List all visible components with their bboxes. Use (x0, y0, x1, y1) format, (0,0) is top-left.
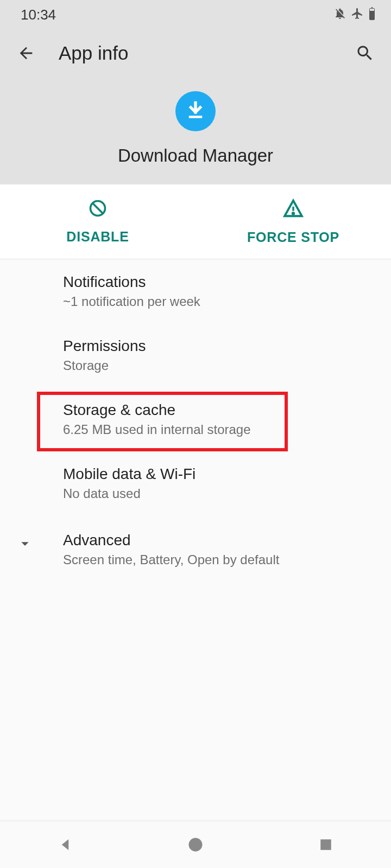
search-button[interactable] (354, 42, 376, 64)
page-title: App info (59, 42, 332, 64)
storage-title: Storage & cache (63, 401, 371, 419)
download-app-icon (175, 91, 216, 131)
app-hero: Download Manager (0, 69, 391, 166)
nav-home-button[interactable] (163, 828, 228, 861)
notifications-item[interactable]: Notifications ~1 notification per week (0, 259, 391, 323)
battery-icon (368, 7, 376, 22)
mobile-data-item[interactable]: Mobile data & Wi-Fi No data used (0, 451, 391, 515)
notifications-off-icon (333, 7, 346, 22)
mobile-title: Mobile data & Wi-Fi (63, 465, 371, 483)
advanced-title: Advanced (63, 532, 279, 549)
warning-icon (283, 198, 304, 221)
airplane-mode-icon (351, 7, 364, 22)
app-bar: App info (0, 27, 391, 69)
disable-icon (88, 199, 108, 220)
app-name: Download Manager (118, 145, 273, 166)
navigation-bar (0, 820, 391, 868)
action-row: DISABLE FORCE STOP (0, 184, 391, 259)
svg-rect-0 (370, 9, 374, 11)
status-bar: 10:34 (0, 0, 391, 27)
notifications-sub: ~1 notification per week (63, 294, 371, 309)
advanced-sub: Screen time, Battery, Open by default (63, 552, 279, 567)
storage-sub: 6.25 MB used in internal storage (63, 422, 371, 437)
advanced-item[interactable]: Advanced Screen time, Battery, Open by d… (0, 515, 391, 582)
nav-recent-button[interactable] (293, 828, 358, 861)
status-time: 10:34 (21, 7, 56, 23)
status-icons (333, 7, 376, 22)
notifications-title: Notifications (63, 273, 371, 291)
svg-point-3 (189, 838, 203, 852)
chevron-down-icon (16, 532, 49, 554)
force-stop-label: FORCE STOP (247, 229, 339, 245)
disable-button[interactable]: DISABLE (0, 184, 195, 259)
nav-back-button[interactable] (33, 828, 98, 861)
svg-point-2 (293, 213, 294, 214)
force-stop-button[interactable]: FORCE STOP (195, 184, 391, 259)
back-button[interactable] (15, 42, 37, 64)
permissions-title: Permissions (63, 337, 371, 355)
app-info-header: 10:34 App info Download Manager (0, 0, 391, 184)
permissions-sub: Storage (63, 358, 371, 373)
storage-cache-item[interactable]: Storage & cache 6.25 MB used in internal… (0, 387, 391, 451)
disable-label: DISABLE (66, 229, 129, 245)
svg-rect-4 (320, 839, 331, 850)
mobile-sub: No data used (63, 486, 371, 501)
settings-list: Notifications ~1 notification per week P… (0, 259, 391, 582)
permissions-item[interactable]: Permissions Storage (0, 323, 391, 387)
